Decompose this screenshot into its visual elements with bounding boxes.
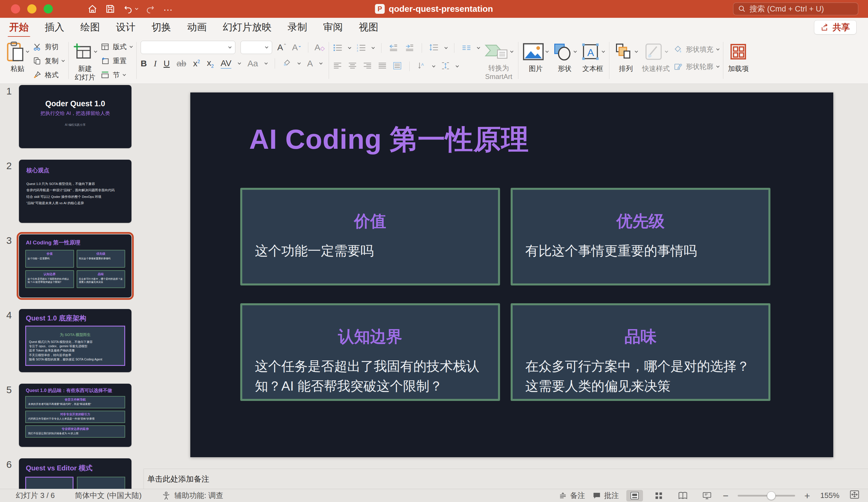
font-size-select[interactable] <box>240 41 272 54</box>
new-slide-button[interactable]: 新建幻灯片 <box>73 40 97 82</box>
redo-button[interactable] <box>145 4 156 14</box>
zoom-in-button[interactable]: + <box>804 491 810 501</box>
document-title: qoder-quest-presentation <box>389 4 493 14</box>
slideshow-view-button[interactable] <box>699 490 715 501</box>
accessibility-status[interactable]: 辅助功能: 调查 <box>162 491 223 501</box>
smartart-icon <box>484 43 508 61</box>
slide-sorter-view-button[interactable] <box>650 490 667 501</box>
superscript-button[interactable]: x2 <box>193 59 200 68</box>
minimize-window-button[interactable] <box>27 4 37 13</box>
slide-thumbnail-1[interactable]: Qoder Quest 1.0 把执行交给 AI，把选择留给人类 AI 编程实践… <box>19 85 132 148</box>
slide-box-cognitive-boundary[interactable]: 认知边界 这个任务是否超出了我固有的技术栈认知？AI 能否帮我突破这个限制？ <box>240 303 500 401</box>
tab-animations[interactable]: 动画 <box>187 18 207 37</box>
columns-button[interactable] <box>461 43 472 53</box>
layout-button[interactable]: 版式 <box>101 41 132 53</box>
align-center-button[interactable] <box>348 62 357 71</box>
quick-styles-button[interactable]: 快速样式 <box>642 40 670 73</box>
slide-box-taste[interactable]: 品味 在众多可行方案中，哪个是对的选择？这需要人类的偏见来决策 <box>510 303 771 401</box>
cut-button[interactable]: 剪切 <box>33 41 64 53</box>
slide-thumbnail-4[interactable]: Quest 1.0 底座架构 为 SOTA 模型而生 Quest 模式只为 SO… <box>19 309 132 372</box>
format-painter-button[interactable]: 格式 <box>33 69 64 81</box>
shape-fill-button[interactable]: 形状填充 <box>674 43 719 55</box>
slide-thumbnail-6[interactable]: Quest vs Editor 模式 Quest 模式 Editor 模式 <box>19 458 132 489</box>
align-right-button[interactable] <box>363 62 372 71</box>
arrange-button[interactable]: 排列 <box>614 40 638 73</box>
decrease-font-button[interactable]: A⌄ <box>292 42 301 52</box>
reading-view-icon <box>678 491 688 500</box>
justify-button[interactable] <box>378 62 387 71</box>
tab-draw[interactable]: 绘图 <box>80 18 101 37</box>
subscript-button[interactable]: x2 <box>207 58 214 69</box>
tab-design[interactable]: 设计 <box>115 18 136 37</box>
slide-box-priority[interactable]: 优先级 有比这个事情更重要的事情吗 <box>510 188 771 286</box>
clear-formatting-button[interactable]: A◇ <box>314 42 324 52</box>
undo-button[interactable] <box>123 4 138 14</box>
addins-button[interactable]: 加载项 <box>728 40 748 82</box>
window-titlebar: … P qoder-quest-presentation 搜索 (Cmd + C… <box>0 0 868 18</box>
tab-view[interactable]: 视图 <box>358 18 379 37</box>
tab-insert[interactable]: 插入 <box>44 18 65 37</box>
align-text-vertical-button[interactable] <box>441 61 451 71</box>
language-indicator[interactable]: 简体中文 (中国大陆) <box>75 491 142 501</box>
slide-title[interactable]: AI Coding 第一性原理 <box>249 121 529 158</box>
zoom-window-button[interactable] <box>44 4 53 13</box>
character-spacing-button[interactable]: AV <box>221 58 231 69</box>
paste-button[interactable]: 粘贴 <box>6 40 29 73</box>
zoom-out-button[interactable]: − <box>723 491 728 501</box>
notes-pane[interactable]: 单击此处添加备注 <box>144 469 868 489</box>
shapes-button[interactable]: 形状 <box>553 40 576 73</box>
home-icon[interactable] <box>87 4 97 14</box>
increase-font-button[interactable]: A⌃ <box>277 42 287 52</box>
numbering-button[interactable]: 123 <box>356 43 366 53</box>
font-name-select[interactable] <box>141 41 235 54</box>
zoom-level[interactable]: 155% <box>817 491 842 500</box>
notes-toggle[interactable]: 备注 <box>559 491 585 501</box>
align-left-button[interactable] <box>333 62 342 71</box>
change-case-button[interactable]: Aa <box>247 59 258 68</box>
tab-transitions[interactable]: 切换 <box>151 18 172 37</box>
bullets-button[interactable] <box>333 43 343 53</box>
tab-review[interactable]: 审阅 <box>323 18 343 37</box>
slide-canvas[interactable]: AI Coding 第一性原理 价值 这个功能一定需要吗 优先级 有比这个事情更… <box>190 92 833 457</box>
textbox-button[interactable]: A 文本框 <box>581 40 604 73</box>
underline-button[interactable]: U <box>164 59 170 68</box>
font-color-button[interactable]: A <box>307 59 313 68</box>
decrease-indent-button[interactable] <box>389 43 399 53</box>
text-direction-button[interactable]: A <box>417 61 427 71</box>
close-window-button[interactable] <box>11 4 20 13</box>
slide-thumbnail-panel[interactable]: 1 Qoder Quest 1.0 把执行交给 AI，把选择留给人类 AI 编程… <box>0 84 144 489</box>
tab-slideshow[interactable]: 幻灯片放映 <box>222 18 272 37</box>
shape-outline-button[interactable]: 形状轮廓 <box>674 61 719 73</box>
zoom-slider-thumb[interactable] <box>767 491 776 500</box>
distribute-text-button[interactable] <box>393 62 402 71</box>
section-button[interactable]: 节 <box>101 69 132 81</box>
reset-button[interactable]: 重置 <box>101 55 132 67</box>
fit-to-window-button[interactable] <box>850 490 859 501</box>
picture-button[interactable]: 图片 <box>523 40 548 73</box>
slide-thumbnail-3-selected[interactable]: AI Coding 第一性原理 价值这个功能一定需要吗 优先级有比这个事情更重要… <box>19 234 132 298</box>
share-button[interactable]: 共享 <box>814 20 857 34</box>
increase-indent-button[interactable] <box>404 43 415 53</box>
normal-view-button[interactable] <box>626 490 643 501</box>
slide-thumbnail-2[interactable]: 核心观点 Quest 1.0 只为 SOTA 模型优化，不做向下兼容 舍弃代码导… <box>19 160 132 223</box>
search-input[interactable]: 搜索 (Cmd + Ctrl + U) <box>733 3 858 15</box>
strikethrough-button[interactable]: ab <box>176 59 186 68</box>
zoom-slider[interactable] <box>738 495 795 496</box>
slide-indicator: 幻灯片 3 / 6 <box>16 491 55 501</box>
convert-to-smartart-button[interactable]: 转换为SmartArt <box>484 40 513 82</box>
comments-toggle[interactable]: 批注 <box>592 491 619 501</box>
italic-button[interactable]: I <box>154 59 157 68</box>
reading-view-button[interactable] <box>674 490 691 501</box>
bold-button[interactable]: B <box>141 59 147 68</box>
slide-thumbnail-5[interactable]: Quest 1.0 的品味：有些东西可以选择不做 舍弃文件树导航未来的开发者可能… <box>19 384 132 447</box>
search-placeholder: 搜索 (Cmd + Ctrl + U) <box>750 4 824 14</box>
slide-box-value[interactable]: 价值 这个功能一定需要吗 <box>240 188 500 286</box>
thumbnail-row-3: 3 AI Coding 第一性原理 价值这个功能一定需要吗 优先级有比这个事情更… <box>0 234 144 298</box>
tab-record[interactable]: 录制 <box>287 18 308 37</box>
save-icon[interactable] <box>105 4 115 14</box>
copy-button[interactable]: 复制 <box>33 55 64 67</box>
highlight-color-button[interactable] <box>282 59 291 68</box>
slide-number-3: 3 <box>0 234 19 298</box>
tab-home[interactable]: 开始 <box>9 18 29 37</box>
line-spacing-button[interactable] <box>429 43 439 53</box>
